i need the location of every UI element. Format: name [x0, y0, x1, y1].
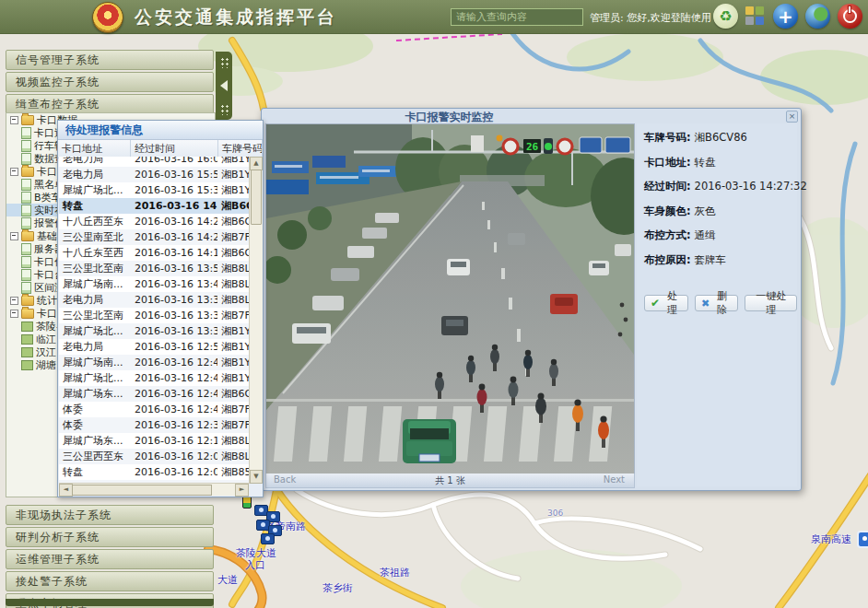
map-road-label: 入口: [245, 558, 265, 572]
tree-item[interactable]: 临江: [6, 333, 62, 345]
horizontal-scrollbar[interactable]: ◄ ►: [59, 483, 249, 496]
table-cell: 湘B8L203: [217, 292, 249, 308]
tree-expander-icon[interactable]: [10, 116, 18, 124]
tree-expander-icon[interactable]: [10, 310, 18, 318]
table-cell: 2016-03-16 16:0...: [131, 157, 217, 167]
close-icon[interactable]: ×: [786, 111, 798, 123]
table-row[interactable]: 三公里北至南2016-03-16 13:5...湘B8L203: [59, 261, 249, 276]
table-row[interactable]: 十八丘东至西2016-03-16 14:1...湘B6CV86: [59, 245, 249, 261]
scroll-left-icon[interactable]: ◄: [59, 484, 73, 497]
scrollbar-thumb[interactable]: [72, 485, 212, 496]
table-row[interactable]: 犀城广场北...2016-03-16 15:3...湘B1YV96: [59, 182, 249, 198]
oneclick-process-button[interactable]: 一键处理: [745, 295, 797, 311]
scroll-right-icon[interactable]: ►: [235, 484, 249, 497]
table-row[interactable]: 犀城广场东...2016-03-16 12:4...湘B6CV86: [59, 386, 249, 402]
table-row[interactable]: 体委2016-03-16 12:4...湘B7FH62: [59, 402, 249, 417]
table-row[interactable]: 体委2016-03-16 12:3...湘B7FH62: [59, 417, 249, 433]
check-icon: ✔: [651, 297, 660, 310]
alarm-table-body: 老电力局2016-03-16 16:0...湘B1YV96老电力局2016-03…: [59, 157, 249, 484]
table-cell: 湘B1YV96: [217, 355, 249, 370]
tree-item-label: 湖塘: [36, 358, 56, 372]
detail-control-reason: 布控原因:套牌车: [644, 253, 797, 267]
tree-expander-icon[interactable]: [10, 168, 18, 176]
sidebar-item[interactable]: 缉查布控子系统: [6, 94, 214, 114]
table-row[interactable]: 老电力局2016-03-16 15:5...湘B1YV96: [59, 167, 249, 182]
tree-item[interactable]: 汉江: [6, 345, 62, 358]
table-row[interactable]: 三公里南至北2016-03-16 14:2...湘B7FH62: [59, 229, 249, 245]
alarm-panel-title: 待处理报警信息: [58, 121, 263, 140]
sidebar-item[interactable]: 接处警子系统: [6, 571, 214, 591]
table-row[interactable]: 犀城广场南...2016-03-16 12:4...湘B1YV96: [59, 355, 249, 370]
camera-node-icon: [21, 334, 33, 345]
column-header-time[interactable]: 经过时间: [131, 140, 218, 158]
police-emblem-icon: [92, 2, 123, 33]
power-icon[interactable]: [838, 4, 862, 29]
alarm-panel: 待处理报警信息 卡口地址 经过时间 车牌号码 老电力局2016-03-16 16…: [57, 120, 264, 497]
table-cell: 2016-03-16 13:3...: [131, 323, 217, 339]
table-row[interactable]: 犀城广场东...2016-03-16 12:1...湘B8L203: [59, 433, 249, 449]
globe-icon[interactable]: [805, 4, 830, 29]
document-icon: [21, 256, 31, 268]
process-button[interactable]: ✔处理: [644, 295, 688, 311]
table-row[interactable]: 犀城广场北...2016-03-16 12:4...湘B1YV96: [59, 370, 249, 386]
camera-node-icon: [21, 322, 33, 332]
table-row[interactable]: 转盘2016-03-16 12:0...湘B8553G: [59, 464, 249, 480]
table-row[interactable]: 转盘2016-03-16 14...湘B6CV...: [59, 198, 249, 214]
tree-expander-icon[interactable]: [10, 297, 18, 305]
camera-node-icon: [21, 360, 33, 370]
pager-next-button[interactable]: Next: [604, 474, 625, 485]
table-cell: 2016-03-16 12:3...: [131, 417, 217, 433]
sidebar-footer-strip: [6, 599, 214, 606]
vertical-scrollbar[interactable]: ▲ ▼: [249, 157, 263, 484]
table-cell: 犀城广场东...: [59, 433, 131, 449]
drag-dots-icon: [219, 56, 229, 68]
table-row[interactable]: 十八丘西至东2016-03-16 14:2...湘B6CV86: [59, 214, 249, 229]
plus-icon[interactable]: +: [773, 4, 798, 29]
search-input[interactable]: [451, 8, 583, 26]
table-row[interactable]: 老电力局2016-03-16 13:3...湘B8L203: [59, 292, 249, 308]
sidebar-item[interactable]: 非现场执法子系统: [6, 505, 214, 525]
tree-expander-icon[interactable]: [10, 232, 18, 240]
table-row[interactable]: 犀城广场北...2016-03-16 13:3...湘B1YV96: [59, 323, 249, 339]
sidebar-item[interactable]: 视频监控子系统: [6, 72, 214, 92]
scroll-up-icon[interactable]: ▲: [250, 157, 263, 170]
scroll-down-icon[interactable]: ▼: [250, 470, 263, 484]
sidebar-item[interactable]: 信号管理子系统: [6, 50, 214, 70]
delete-button[interactable]: ✖删除: [695, 295, 738, 311]
camera-icon[interactable]: [261, 533, 275, 544]
sidebar-item[interactable]: 研判分析子系统: [6, 527, 214, 547]
shield-icon[interactable]: [857, 531, 868, 548]
detail-checkpoint: 卡口地址:转盘: [644, 156, 797, 170]
detail-pass-time: 经过时间:2016-03-16 14:27:32: [644, 180, 797, 193]
app-header: 公安交通集成指挥平台 管理员: 您好,欢迎登陆使用 ♻ +: [0, 0, 868, 34]
table-cell: 2016-03-16 14...: [131, 198, 217, 214]
table-row[interactable]: 犀城广场南...2016-03-16 13:4...湘B8L203: [59, 276, 249, 292]
sidebar-bottom-menu: 非现场执法子系统研判分析子系统运维管理子系统接处警子系统重点车辆管理: [6, 505, 214, 608]
document-icon: [21, 269, 31, 281]
grid-apps-icon[interactable]: [745, 6, 766, 27]
table-cell: 2016-03-16 14:1...: [131, 245, 217, 261]
table-cell: 湘B6CV...: [217, 198, 249, 214]
table-cell: 2016-03-16 12:1...: [131, 433, 217, 449]
app-title: 公安交通集成指挥平台: [135, 6, 337, 29]
document-icon: [21, 140, 31, 152]
recycle-icon[interactable]: ♻: [713, 4, 738, 29]
tree-item[interactable]: 湖塘: [6, 358, 62, 371]
table-cell: 犀城广场东...: [59, 386, 131, 402]
drag-dots-icon: [219, 103, 229, 115]
document-icon: [21, 282, 31, 294]
column-header-address[interactable]: 卡口地址: [58, 140, 131, 158]
table-cell: 湘B6CV86: [217, 386, 249, 402]
table-row[interactable]: 老电力局2016-03-16 16:0...湘B1YV96: [59, 157, 249, 167]
column-header-plate[interactable]: 车牌号码: [218, 140, 263, 158]
scrollbar-thumb[interactable]: [251, 170, 262, 225]
table-row[interactable]: 三公里北至南2016-03-16 13:3...湘B7FH62: [59, 308, 249, 323]
sidebar-collapse-tab[interactable]: [216, 52, 232, 120]
sidebar-item[interactable]: 运维管理子系统: [6, 549, 214, 569]
table-row[interactable]: 三公里西至东2016-03-16 12:0...湘B8L203: [59, 449, 249, 464]
alarm-table-rows: 老电力局2016-03-16 16:0...湘B1YV96老电力局2016-03…: [59, 157, 249, 484]
table-cell: 2016-03-16 12:5...: [131, 339, 217, 355]
folder-icon: [21, 167, 34, 177]
table-row[interactable]: 老电力局2016-03-16 12:5...湘B1YV96: [59, 339, 249, 355]
table-cell: 湘B1YV96: [217, 182, 249, 198]
